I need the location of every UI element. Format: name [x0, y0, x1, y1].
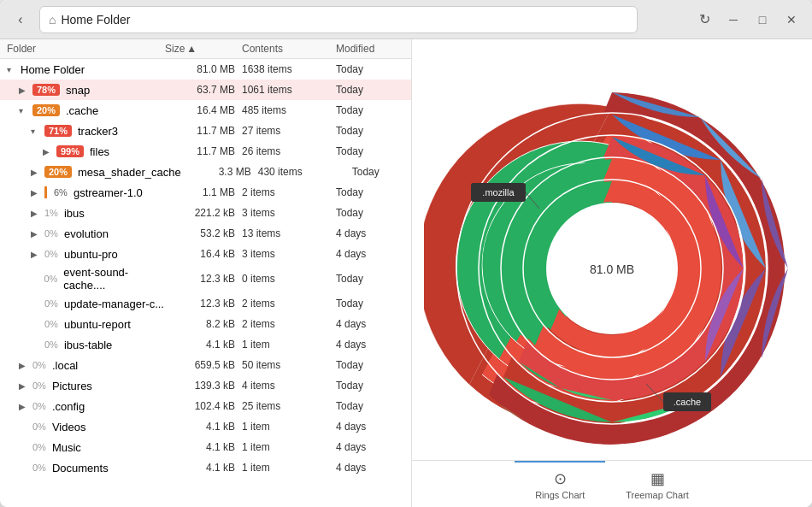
- file-size: 53.2 kB: [165, 227, 242, 239]
- expand-arrow-icon[interactable]: ▶: [19, 402, 29, 411]
- svg-text:.cache: .cache: [674, 397, 701, 407]
- file-size: 221.2 kB: [165, 207, 242, 219]
- file-size: 102.4 kB: [165, 400, 242, 412]
- bar-indicator: [44, 186, 47, 198]
- file-contents: 1 item: [242, 462, 336, 474]
- file-size: 16.4 MB: [165, 104, 242, 116]
- expand-arrow-icon[interactable]: ▾: [7, 65, 17, 74]
- back-button[interactable]: ‹: [9, 8, 32, 32]
- file-name: Documents: [52, 462, 109, 475]
- refresh-button[interactable]: ↻: [692, 8, 716, 32]
- file-row[interactable]: ▶0%.config 102.4 kB 25 items Today: [0, 396, 411, 416]
- expand-arrow-icon[interactable]: ▾: [31, 127, 41, 136]
- file-row[interactable]: ▾20%.cache 16.4 MB 485 items Today: [0, 100, 411, 121]
- pct-text-zero: 1%: [44, 208, 58, 218]
- file-row[interactable]: 0%ibus-table 4.1 kB 1 item 4 days: [0, 334, 411, 355]
- rings-chart-tab[interactable]: ⊙ Rings Chart: [515, 461, 605, 507]
- file-name: files: [90, 145, 109, 158]
- file-modified: Today: [336, 84, 404, 96]
- file-row[interactable]: ▶99%files 11.7 MB 26 items Today: [0, 141, 411, 162]
- expand-arrow-icon[interactable]: ▶: [31, 168, 41, 177]
- expand-arrow-icon[interactable]: ▶: [43, 147, 53, 156]
- file-contents: 0 items: [242, 273, 336, 285]
- pct-badge: 99%: [56, 145, 84, 157]
- file-modified: Today: [336, 63, 404, 75]
- folder-col-header: Folder: [7, 43, 165, 55]
- file-row[interactable]: ▾71%tracker3 11.7 MB 27 items Today: [0, 121, 411, 141]
- pct-text-zero: 0%: [32, 442, 46, 452]
- file-size: 8.2 kB: [165, 318, 242, 330]
- file-modified: 4 days: [336, 421, 404, 433]
- file-modified: 4 days: [336, 339, 404, 351]
- svg-text:81.0 MB: 81.0 MB: [590, 262, 634, 276]
- expand-arrow-icon[interactable]: ▶: [31, 209, 41, 218]
- file-row[interactable]: 0%update-manager-c... 12.3 kB 2 items To…: [0, 293, 411, 314]
- file-row[interactable]: ▶6%gstreamer-1.0 1.1 MB 2 items Today: [0, 182, 411, 203]
- maximize-button[interactable]: □: [750, 8, 774, 32]
- address-bar[interactable]: ⌂ Home Folder: [39, 6, 638, 33]
- file-name: ubuntu-report: [64, 318, 131, 331]
- file-modified: Today: [336, 145, 404, 157]
- file-name: event-sound-cache....: [63, 266, 165, 292]
- file-name: ubuntu-pro: [64, 248, 118, 261]
- file-contents: 485 items: [242, 104, 336, 116]
- file-row[interactable]: ▶1%ibus 221.2 kB 3 items Today: [0, 203, 411, 223]
- file-contents: 50 items: [242, 359, 336, 371]
- file-modified: Today: [336, 380, 404, 392]
- chart-area: .mozilla .cache: [412, 39, 812, 507]
- file-size: 81.0 MB: [165, 63, 242, 75]
- minimize-button[interactable]: ─: [721, 8, 745, 32]
- file-contents: 1 item: [242, 441, 336, 453]
- file-contents: 1061 items: [242, 84, 336, 96]
- file-row[interactable]: 0%ubuntu-report 8.2 kB 2 items 4 days: [0, 314, 411, 334]
- file-size: 3.3 MB: [181, 166, 258, 178]
- expand-arrow-icon[interactable]: ▶: [31, 250, 41, 259]
- expand-arrow-icon[interactable]: ▶: [31, 188, 41, 197]
- file-size: 12.3 kB: [165, 298, 242, 310]
- file-row[interactable]: ▾Home Folder 81.0 MB 1638 items Today: [0, 59, 411, 80]
- file-row[interactable]: 0%Documents 4.1 kB 1 item 4 days: [0, 457, 411, 478]
- file-rows: ▾Home Folder 81.0 MB 1638 items Today ▶7…: [0, 59, 411, 507]
- file-row[interactable]: 0%Videos 4.1 kB 1 item 4 days: [0, 416, 411, 437]
- rings-icon: ⊙: [554, 469, 567, 488]
- pct-text-zero: 0%: [44, 249, 58, 259]
- file-row[interactable]: ▶0%Pictures 139.3 kB 4 items Today: [0, 375, 411, 396]
- file-row[interactable]: 0%event-sound-cache.... 12.3 kB 0 items …: [0, 264, 411, 293]
- file-row[interactable]: ▶0%ubuntu-pro 16.4 kB 3 items 4 days: [0, 244, 411, 264]
- pct-text-zero: 0%: [44, 274, 57, 284]
- file-row[interactable]: ▶0%evolution 53.2 kB 13 items 4 days: [0, 223, 411, 244]
- file-size: 659.5 kB: [165, 359, 242, 371]
- treemap-chart-tab[interactable]: ▦ Treemap Chart: [605, 461, 709, 507]
- file-row[interactable]: 0%Music 4.1 kB 1 item 4 days: [0, 437, 411, 457]
- pct-text-zero: 0%: [44, 228, 58, 239]
- size-col-header[interactable]: Size ▲: [165, 43, 242, 55]
- expand-arrow-icon[interactable]: ▾: [19, 106, 29, 115]
- pct-text-zero: 0%: [32, 422, 46, 432]
- app-window: ‹ ⌂ Home Folder ↻ ─ □ ✕ Folder Size ▲ Co…: [0, 0, 812, 507]
- close-button[interactable]: ✕: [780, 8, 803, 32]
- expand-arrow-icon[interactable]: ▶: [19, 381, 29, 391]
- file-row[interactable]: ▶78%snap 63.7 MB 1061 items Today: [0, 80, 411, 100]
- file-row[interactable]: ▶0%.local 659.5 kB 50 items Today: [0, 355, 411, 375]
- expand-arrow-icon[interactable]: ▶: [19, 361, 29, 370]
- file-contents: 4 items: [242, 380, 336, 392]
- file-name: ibus: [64, 207, 85, 220]
- expand-arrow-icon[interactable]: ▶: [31, 229, 41, 239]
- pct-text-zero: 0%: [44, 339, 58, 350]
- titlebar: ‹ ⌂ Home Folder ↻ ─ □ ✕: [0, 0, 812, 39]
- window-controls: ↻ ─ □ ✕: [692, 8, 803, 32]
- file-modified: 4 days: [336, 227, 404, 239]
- pct-badge: 20%: [32, 104, 60, 116]
- pct-text-zero: 0%: [32, 463, 46, 473]
- file-name: Pictures: [52, 380, 92, 392]
- home-icon: ⌂: [49, 13, 56, 27]
- file-modified: Today: [336, 400, 404, 412]
- file-modified: Today: [336, 298, 404, 310]
- file-name: .cache: [66, 104, 98, 117]
- pct-text-zero: 0%: [32, 360, 46, 370]
- pct-text: 6%: [54, 187, 68, 197]
- file-row[interactable]: ▶20%mesa_shader_cache 3.3 MB 430 items T…: [0, 162, 411, 182]
- file-contents: 26 items: [242, 145, 336, 157]
- pct-text-zero: 0%: [44, 319, 58, 329]
- expand-arrow-icon[interactable]: ▶: [19, 85, 29, 95]
